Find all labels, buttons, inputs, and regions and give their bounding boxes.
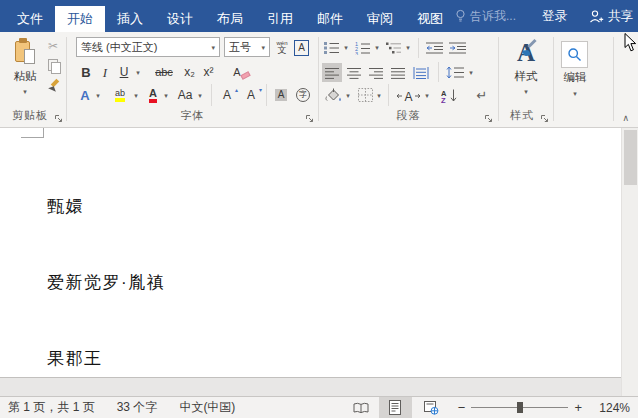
bold-button[interactable]: B	[78, 63, 94, 81]
read-mode-button[interactable]	[349, 397, 373, 418]
format-painter-button[interactable]	[46, 79, 62, 93]
editing-caret[interactable]: ▾	[555, 88, 595, 98]
multilevel-list-button[interactable]	[385, 40, 403, 55]
scrollbar-thumb[interactable]	[624, 130, 637, 185]
underline-caret[interactable]: ▾	[133, 63, 143, 81]
font-color-button[interactable]: A	[145, 85, 161, 105]
tab-design[interactable]: 设计	[155, 6, 205, 32]
bullets-caret[interactable]: ▾	[341, 40, 351, 55]
borders-caret[interactable]: ▾	[374, 85, 384, 105]
distribute-button[interactable]	[410, 63, 432, 82]
styles-button-label: 样式	[515, 69, 538, 84]
change-case-button[interactable]: Aa	[175, 85, 195, 105]
vertical-scrollbar[interactable]	[621, 128, 638, 396]
page-indicator[interactable]: 第 1 页，共 1 页	[8, 399, 95, 416]
font-dialog-launcher[interactable]	[305, 114, 314, 123]
numbering-icon: 123	[355, 41, 371, 55]
collapse-ribbon-button[interactable]: ∧	[622, 114, 629, 123]
numbering-caret[interactable]: ▾	[372, 40, 382, 55]
strikethrough-button[interactable]: abc	[151, 63, 177, 81]
document-page[interactable]: 甄嬛 爱新觉罗·胤禛 果郡王 温实初 乌拉那拉·宜修 皇太后 年世兰 沈眉庄 浣…	[0, 128, 621, 378]
shading-button[interactable]	[323, 85, 342, 105]
font-name-combo[interactable]: 等线 (中文正文) ▾	[76, 37, 220, 57]
styles-brush-icon	[523, 42, 537, 56]
character-scaling-button[interactable]: A	[395, 85, 422, 105]
align-center-button[interactable]	[344, 63, 364, 82]
find-button[interactable]	[561, 41, 588, 68]
character-border-button[interactable]: A	[293, 38, 310, 57]
phonetic-guide-button[interactable]: wén 文	[273, 38, 291, 57]
line-spacing-button[interactable]	[444, 63, 466, 82]
enclose-characters-button[interactable]: 字	[294, 85, 312, 105]
font-size-combo[interactable]: 五号 ▾	[224, 37, 270, 57]
zoom-slider-thumb[interactable]	[517, 402, 523, 413]
dropdown-caret: ▾	[425, 92, 429, 99]
tell-me-box[interactable]: 告诉我...	[455, 8, 516, 25]
align-left-button[interactable]	[322, 63, 342, 82]
line-spacing-caret[interactable]: ▾	[466, 63, 476, 82]
justify-button[interactable]	[388, 63, 408, 82]
language-indicator[interactable]: 中文(中国)	[179, 399, 235, 416]
highlight-color-button[interactable]: ab	[109, 85, 131, 105]
decrease-indent-button[interactable]	[424, 40, 444, 55]
tab-home[interactable]: 开始	[55, 6, 105, 32]
clipboard-dialog-launcher[interactable]	[54, 114, 63, 123]
show-hide-marks-button[interactable]: ↵	[472, 85, 492, 105]
superscript-button[interactable]: x²	[200, 63, 217, 81]
paste-button[interactable]: 粘贴 ▾	[8, 36, 42, 106]
subscript-button[interactable]: x₂	[181, 63, 198, 81]
grow-font-button[interactable]: A▴	[218, 85, 236, 105]
tab-layout[interactable]: 布局	[205, 6, 255, 32]
dropdown-caret: ▾	[346, 92, 350, 99]
text-effects-button[interactable]: A	[77, 85, 93, 105]
font-color-caret[interactable]: ▾	[161, 85, 171, 105]
styles-dialog-launcher[interactable]	[540, 114, 549, 123]
tab-review[interactable]: 审阅	[355, 6, 405, 32]
web-layout-button[interactable]	[420, 397, 444, 418]
word-count[interactable]: 33 个字	[117, 399, 158, 416]
zoom-in-button[interactable]: +	[574, 400, 582, 415]
italic-button[interactable]: I	[99, 63, 111, 81]
multilevel-caret[interactable]: ▾	[403, 40, 413, 55]
borders-button[interactable]	[356, 85, 374, 105]
paste-label: 粘贴	[14, 69, 37, 84]
bullets-button[interactable]	[323, 40, 341, 55]
tab-file[interactable]: 文件	[5, 6, 55, 32]
shading-caret[interactable]: ▾	[343, 85, 353, 105]
copy-button[interactable]	[46, 58, 62, 72]
align-left-icon	[325, 67, 339, 79]
character-shading-button[interactable]: A	[272, 85, 290, 105]
highlight-caret[interactable]: ▾	[131, 85, 141, 105]
clear-formatting-button[interactable]: A	[225, 63, 249, 81]
tab-view[interactable]: 视图	[405, 6, 455, 32]
zoom-out-button[interactable]: −	[458, 400, 466, 415]
increase-indent-icon	[449, 42, 466, 54]
tab-insert[interactable]: 插入	[105, 6, 155, 32]
document-text: 甄嬛 爱新觉罗·胤禛 果郡王 温实初 乌拉那拉·宜修 皇太后 年世兰 沈眉庄 浣…	[47, 143, 165, 418]
zoom-slider[interactable]	[471, 407, 568, 408]
print-layout-button[interactable]	[379, 397, 412, 418]
numbering-button[interactable]: 123	[354, 40, 372, 55]
styles-button[interactable]: A 样式 ▾	[506, 40, 546, 95]
change-case-caret[interactable]: ▾	[195, 85, 205, 105]
text-effects-caret[interactable]: ▾	[93, 85, 103, 105]
group-separator	[318, 37, 319, 121]
character-scaling-caret[interactable]: ▾	[422, 85, 432, 105]
text-line: 甄嬛	[47, 194, 165, 219]
dropdown-caret: ▾	[344, 44, 348, 51]
tab-references[interactable]: 引用	[255, 6, 305, 32]
cut-button[interactable]: ✂	[45, 39, 61, 53]
share-button[interactable]: 共享	[589, 8, 633, 25]
tell-me-label: 告诉我...	[470, 8, 516, 25]
group-separator	[553, 37, 554, 121]
shrink-font-button[interactable]: A▾	[242, 85, 260, 105]
editing-button[interactable]: 编辑	[555, 71, 595, 85]
sort-button[interactable]: AZ	[439, 85, 461, 105]
underline-button[interactable]: U	[117, 63, 131, 81]
dropdown-caret: ▾	[198, 92, 202, 99]
align-right-button[interactable]	[366, 63, 386, 82]
tab-mailings[interactable]: 邮件	[305, 6, 355, 32]
zoom-level[interactable]: 124%	[590, 401, 630, 415]
sign-in-button[interactable]: 登录	[542, 8, 567, 25]
increase-indent-button[interactable]	[447, 40, 467, 55]
